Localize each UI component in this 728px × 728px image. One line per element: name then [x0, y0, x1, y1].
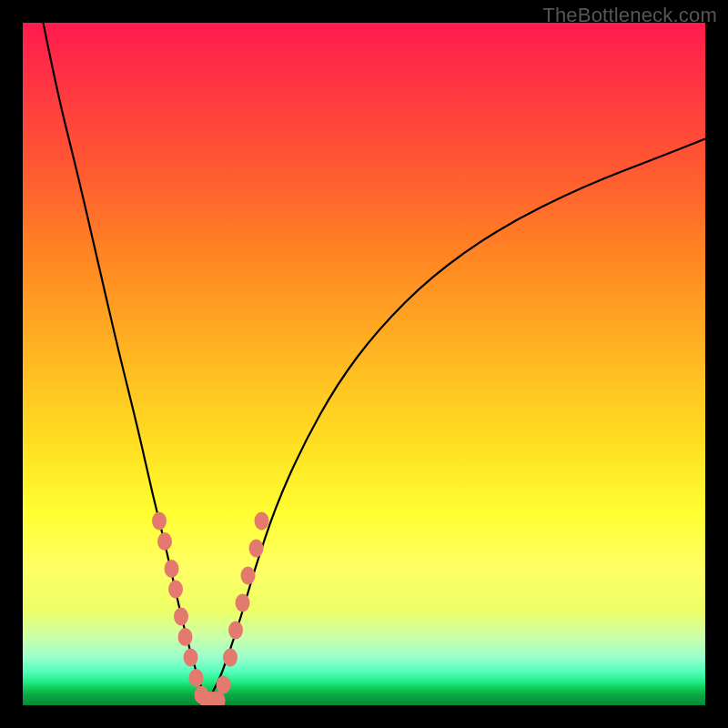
curve-right-branch: [207, 139, 706, 703]
chart-svg: [23, 23, 705, 705]
curve-marker: [189, 669, 204, 687]
curve-marker: [228, 622, 243, 640]
curve-marker: [249, 540, 264, 558]
curve-left-branch: [44, 23, 207, 702]
curve-marker: [165, 560, 179, 578]
curve-marker: [168, 581, 183, 599]
curve-marker: [241, 567, 256, 585]
curve-marker: [152, 512, 167, 531]
curve-marker: [223, 649, 238, 667]
curve-marker: [157, 532, 172, 551]
curve-marker: [236, 594, 250, 612]
marker-group: [152, 512, 269, 706]
curve-marker: [178, 628, 193, 646]
curve-marker: [174, 608, 188, 626]
curve-marker: [255, 512, 269, 531]
curve-marker: [217, 676, 231, 694]
curve-marker: [184, 649, 198, 667]
